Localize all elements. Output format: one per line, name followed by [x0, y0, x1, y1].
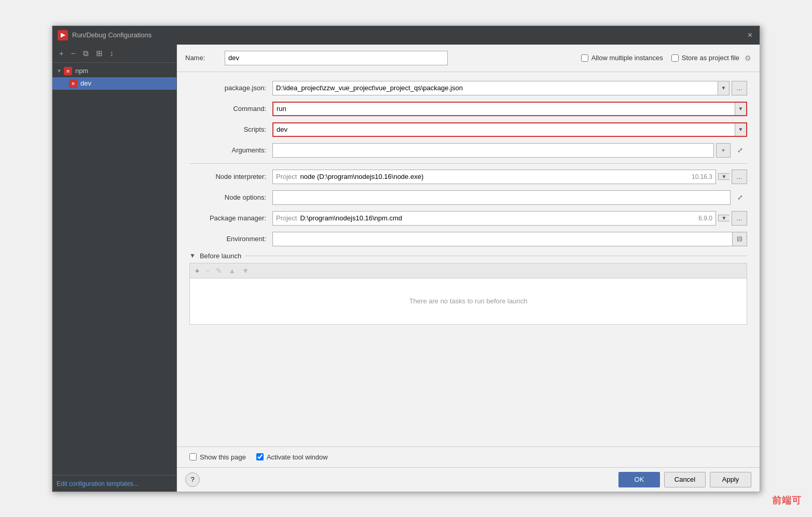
help-button[interactable]: ?	[185, 472, 200, 487]
package-manager-value: D:\program\nodejs10.16\npm.cmd	[300, 214, 402, 222]
node-options-input[interactable]	[272, 190, 731, 205]
environment-field: ⊟	[272, 232, 747, 246]
before-launch-add-button[interactable]: +	[193, 266, 201, 276]
name-label: Name:	[185, 54, 216, 62]
arguments-input[interactable]	[272, 143, 714, 158]
before-launch-divider	[245, 256, 747, 256]
sort-config-button[interactable]: ↕	[107, 48, 117, 59]
dialog-icon: ▶	[58, 30, 68, 40]
node-interpreter-row: Node interpreter: Project node (D:\progr…	[189, 169, 747, 185]
store-as-project-checkbox-label[interactable]: Store as project file ⚙	[671, 54, 751, 62]
cancel-button[interactable]: Cancel	[664, 472, 706, 487]
watermark: 前端可	[772, 494, 802, 507]
scripts-input-wrap: ▼	[272, 122, 747, 137]
ok-button[interactable]: OK	[618, 472, 660, 487]
command-dropdown-button[interactable]: ▼	[735, 103, 746, 115]
no-tasks-text: There are no tasks to run before launch	[409, 297, 528, 305]
node-options-label: Node options:	[189, 193, 272, 201]
package-json-input[interactable]	[273, 81, 718, 95]
command-input-wrap: ▼	[272, 102, 747, 116]
environment-browse-button[interactable]: ⊟	[732, 232, 747, 246]
allow-multiple-checkbox[interactable]	[581, 54, 588, 62]
arguments-expand-button[interactable]: ⤢	[733, 143, 747, 158]
main-header: Name: Allow multiple instances Store as …	[177, 45, 760, 72]
folder-config-button[interactable]: ⊞	[93, 48, 105, 59]
allow-multiple-label: Allow multiple instances	[591, 54, 663, 62]
sidebar-item-dev[interactable]: n dev	[52, 77, 176, 90]
show-page-checkbox[interactable]	[189, 453, 197, 460]
node-interpreter-version: 10.16.3	[692, 173, 712, 180]
command-field: ▼	[272, 102, 747, 116]
before-launch-remove-button[interactable]: −	[203, 266, 212, 276]
apply-button[interactable]: Apply	[710, 472, 751, 487]
arguments-add-button[interactable]: +	[716, 143, 731, 158]
before-launch-up-button[interactable]: ▲	[226, 266, 238, 276]
package-manager-row: Package manager: Project D:\program\node…	[189, 211, 747, 226]
remove-config-button[interactable]: −	[68, 48, 78, 59]
sidebar-tree: ▼ n npm n dev	[52, 63, 176, 475]
title-bar: ▶ Run/Debug Configurations ×	[52, 26, 760, 45]
package-manager-dropdown-button[interactable]: ▼	[718, 215, 730, 221]
form-area: package.json: ▼ ... Command:	[177, 72, 760, 446]
package-json-label: package.json:	[189, 84, 272, 92]
node-options-expand-button[interactable]: ⤢	[733, 190, 747, 205]
name-input[interactable]	[225, 51, 448, 65]
gear-icon[interactable]: ⚙	[745, 54, 751, 62]
node-interpreter-browse-button[interactable]: ...	[732, 170, 747, 184]
scripts-label: Scripts:	[189, 125, 272, 133]
activate-window-checkbox-label[interactable]: Activate tool window	[256, 453, 328, 461]
dialog-title: Run/Debug Configurations	[72, 31, 746, 39]
package-manager-browse-button[interactable]: ...	[732, 211, 747, 226]
node-interpreter-label: Node interpreter:	[189, 173, 272, 180]
environment-row: Environment: ⊟	[189, 231, 747, 247]
arguments-row: Arguments: + ⤢	[189, 143, 747, 158]
sidebar-group-npm[interactable]: ▼ n npm	[52, 65, 176, 77]
npm-group-icon: n	[64, 67, 72, 75]
package-json-row: package.json: ▼ ...	[189, 80, 747, 96]
before-launch-label: Before launch	[200, 252, 241, 260]
package-manager-label: Package manager:	[189, 214, 272, 222]
before-launch-collapse-button[interactable]: ▼	[189, 252, 196, 259]
edit-templates-link[interactable]: Edit configuration templates...	[57, 480, 139, 487]
node-options-row: Node options: ⤢	[189, 190, 747, 205]
environment-label: Environment:	[189, 235, 272, 243]
store-as-project-checkbox[interactable]	[671, 54, 679, 62]
command-label: Command:	[189, 105, 272, 113]
before-launch-content: There are no tasks to run before launch	[189, 278, 747, 325]
arguments-input-wrap: + ⤢	[272, 143, 747, 158]
package-manager-field: Project D:\program\nodejs10.16\npm.cmd 6…	[272, 211, 716, 226]
package-json-dropdown-button[interactable]: ▼	[718, 81, 729, 95]
separator-1	[189, 163, 747, 164]
add-config-button[interactable]: +	[57, 48, 66, 59]
before-launch-edit-button[interactable]: ✎	[214, 266, 224, 276]
allow-multiple-checkbox-label[interactable]: Allow multiple instances	[581, 54, 663, 62]
show-page-label: Show this page	[200, 453, 246, 461]
scripts-dropdown-button[interactable]: ▼	[735, 123, 746, 136]
close-button[interactable]: ×	[746, 31, 754, 40]
node-options-input-wrap: ⤢	[272, 190, 747, 205]
show-page-checkbox-label[interactable]: Show this page	[189, 453, 246, 461]
dev-item-icon: n	[69, 79, 77, 88]
node-interpreter-input-wrap: Project node (D:\program\nodejs10.16\nod…	[272, 170, 747, 184]
run-debug-dialog: ▶ Run/Debug Configurations × + − ⧉ ⊞ ↕ ▼…	[52, 25, 760, 492]
expand-icon: ▼	[57, 68, 62, 74]
copy-config-button[interactable]: ⧉	[80, 48, 91, 59]
scripts-field: ▼	[272, 122, 747, 137]
arguments-label: Arguments:	[189, 146, 272, 154]
package-json-field: ▼	[272, 81, 730, 95]
command-row: Command: ▼	[189, 101, 747, 117]
sidebar-footer: Edit configuration templates...	[52, 475, 176, 492]
scripts-input[interactable]	[273, 123, 735, 136]
scripts-row: Scripts: ▼	[189, 122, 747, 137]
package-manager-prefix: Project	[276, 214, 297, 222]
npm-group-label: npm	[75, 67, 88, 75]
before-launch-down-button[interactable]: ▼	[240, 266, 251, 276]
header-checkboxes: Allow multiple instances Store as projec…	[581, 54, 751, 62]
package-json-browse-button[interactable]: ...	[732, 81, 747, 95]
node-interpreter-field: Project node (D:\program\nodejs10.16\nod…	[272, 170, 716, 184]
before-launch-section: ▼ Before launch + − ✎ ▲ ▼ There are no t…	[189, 252, 747, 325]
command-input[interactable]	[273, 103, 735, 115]
activate-window-checkbox[interactable]	[256, 453, 264, 460]
node-interpreter-dropdown-button[interactable]: ▼	[718, 173, 730, 180]
package-manager-version: 6.9.0	[698, 215, 712, 222]
